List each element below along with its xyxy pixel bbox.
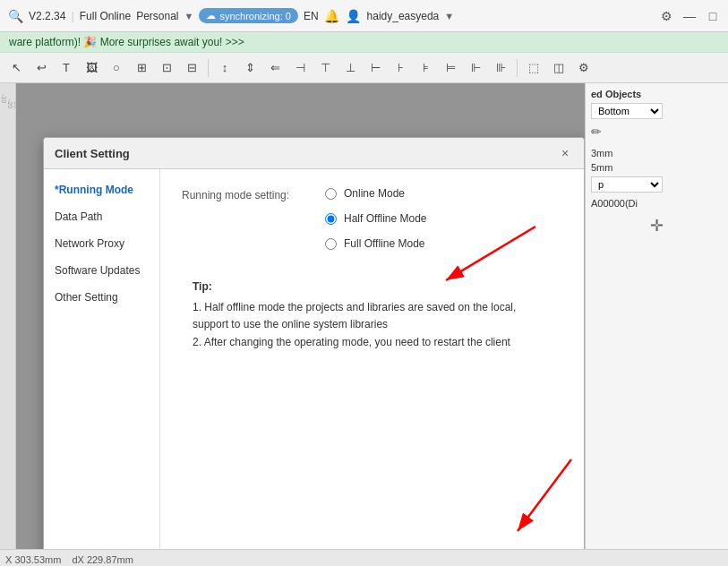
top-bar: 🔍 V2.2.34 | Full Online Personal ▼ ☁ syn… [0,0,728,32]
tip-section: Tip: 1. Half offline mode the projects a… [182,268,562,362]
option-half-offline-label: Half Offline Mode [344,212,427,225]
modal-overlay: Client Setting × *Running Mode Data Path [16,83,585,549]
cloud-icon: ☁ [206,10,216,21]
rp-val1-row: 3mm [591,148,723,159]
search-icon[interactable]: 🔍 [7,8,23,24]
rp-color-row: A00000(Di [591,198,723,209]
username-label: haidy_easyeda [367,10,440,22]
tool-a2[interactable]: ⇕ [239,57,261,79]
option-online-label: Online Mode [344,187,405,200]
tool-a10[interactable]: ⊨ [440,57,461,79]
tool-b2[interactable]: ◫ [548,57,570,79]
tool-a7[interactable]: ⊢ [364,57,386,79]
tool-circle[interactable]: ○ [106,57,127,79]
dialog-close-button[interactable]: × [557,145,573,161]
separator: | [71,9,73,22]
canvas-area: Client Setting × *Running Mode Data Path [16,83,585,549]
right-panel: ed Objects Bottom ✏ 3mm 5mm p A00000(Di … [585,83,728,549]
banner[interactable]: ware platform)! 🎉 More surprises await y… [0,32,728,53]
option-full-offline-mode[interactable]: Full Offline Mode [325,237,427,250]
sync-status[interactable]: ☁ synchronizing: 0 [199,8,298,23]
setting-options: Online Mode Half Offline Mode Full Offli… [325,187,427,250]
main-area: -10-20-30 Client Setting × *Running Mode [0,83,728,549]
dialog-nav: *Running Mode Data Path Network Proxy So… [44,169,160,549]
dialog-title: Client Setting [55,147,130,160]
tool-a4[interactable]: ⊣ [289,57,311,79]
tool-image[interactable]: 🖼 [81,57,102,79]
nav-item-software-updates[interactable]: Software Updates [44,257,159,284]
tool-a8[interactable]: ⊦ [390,57,411,79]
language-label: EN [304,10,319,22]
option-full-offline-label: Full Offline Mode [344,237,425,250]
tool-b1[interactable]: ⬚ [523,57,544,79]
tool-a5[interactable]: ⊤ [314,57,336,79]
setting-row-running-mode: Running mode setting: Online Mode Half O… [182,187,562,250]
account-type-label: Personal [136,10,178,22]
tool-a6[interactable]: ⊥ [339,57,361,79]
separator2 [517,59,518,77]
tool-b3[interactable]: ⚙ [573,57,595,79]
rp-crosshair: ✛ [591,216,723,236]
tool-cursor[interactable]: ↖ [5,57,27,79]
bottom-bar: X 303.53mm dX 229.87mm [0,549,728,566]
setting-label: Running mode setting: [182,187,307,202]
nav-item-data-path[interactable]: Data Path [44,203,159,230]
dialog-body: *Running Mode Data Path Network Proxy So… [44,169,584,549]
tool-text[interactable]: T [56,57,77,79]
tool-a9[interactable]: ⊧ [415,57,436,79]
tool-a3[interactable]: ⇐ [264,57,286,79]
rp-layer-row: Bottom [591,103,723,119]
rp-val1: 3mm [591,148,612,159]
nav-item-other-setting[interactable]: Other Setting [44,284,159,311]
layer-select[interactable]: Bottom [591,103,663,119]
rp-val2-row: 5mm [591,162,723,173]
mode-label: Full Online [80,10,131,22]
maximize-icon[interactable]: □ [705,8,721,24]
dialog-header: Client Setting × [44,138,584,169]
rp-tools: ✏ [591,124,723,141]
tool-r1[interactable]: ⊡ [156,57,177,79]
version-label: V2.2.34 [29,10,65,22]
tool-a11[interactable]: ⊩ [465,57,486,79]
crosshair-icon: ✛ [650,216,664,236]
client-setting-dialog: Client Setting × *Running Mode Data Path [43,137,585,549]
user-icon[interactable]: 👤 [346,8,362,24]
bottom-coord-x: X 303.53mm [5,554,61,565]
window-controls: ⚙ — □ [658,8,721,24]
rp-select2[interactable]: p [591,176,663,193]
tool-a12[interactable]: ⊪ [490,57,511,79]
sync-label: synchronizing: 0 [219,11,291,21]
right-panel-title: ed Objects [591,89,723,99]
separator1 [208,59,209,77]
rp-val3-row: p [591,176,723,193]
toolbar2: ↖ ↩ T 🖼 ○ ⊞ ⊡ ⊟ ↕ ⇕ ⇐ ⊣ ⊤ ⊥ ⊢ ⊦ ⊧ ⊨ ⊩ ⊪ … [0,53,728,83]
tool-a1[interactable]: ↕ [214,57,236,79]
top-bar-left: 🔍 V2.2.34 | Full Online Personal ▼ ☁ syn… [7,8,653,24]
ruler-left: -10-20-30 [0,83,16,549]
minimize-icon[interactable]: — [681,8,698,24]
rp-pencil-icon[interactable]: ✏ [591,124,607,141]
bottom-coord-dx: dX 229.87mm [72,554,133,565]
nav-item-running-mode[interactable]: *Running Mode [44,176,159,203]
dialog-content: Running mode setting: Online Mode Half O… [160,169,584,549]
bell-icon[interactable]: 🔔 [324,8,340,24]
settings-icon[interactable]: ⚙ [658,8,674,24]
rp-color-value: A00000(Di [591,198,638,209]
radio-full-offline-mode[interactable] [325,238,337,250]
option-online-mode[interactable]: Online Mode [325,187,427,200]
tip-line-1: 1. Half offline mode the projects and li… [193,299,552,333]
nav-item-network-proxy[interactable]: Network Proxy [44,230,159,257]
tip-line-2: 2. After changing the operating mode, yo… [193,334,552,351]
tool-r2[interactable]: ⊟ [181,57,202,79]
radio-half-offline-mode[interactable] [325,213,337,225]
tool-undo[interactable]: ↩ [30,57,52,79]
banner-text: ware platform)! 🎉 More surprises await y… [9,36,244,48]
option-half-offline-mode[interactable]: Half Offline Mode [325,212,427,225]
tip-title: Tip: [193,279,552,296]
tool-table[interactable]: ⊞ [131,57,152,79]
rp-val2: 5mm [591,162,612,173]
radio-online-mode[interactable] [325,188,337,200]
